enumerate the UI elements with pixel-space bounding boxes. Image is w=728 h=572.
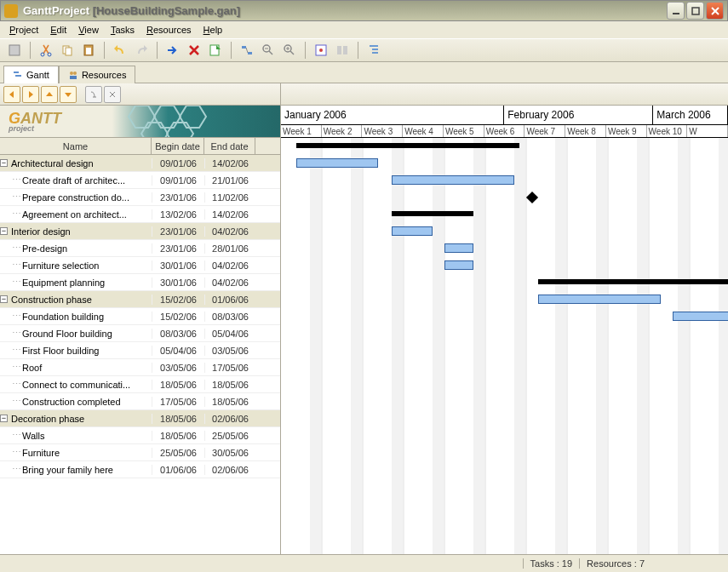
task-end: 08/03/06: [204, 312, 255, 322]
month-cell: February 2006: [504, 106, 653, 125]
task-row[interactable]: ⋯Walls18/05/0625/05/06: [0, 427, 280, 444]
task-begin: 18/05/06: [152, 414, 204, 424]
task-row[interactable]: ⋯Agreement on architect...13/02/0614/02/…: [0, 206, 280, 223]
week-cell: Week 1: [281, 125, 322, 137]
task-row[interactable]: ⋯Roof03/05/0617/05/06: [0, 359, 280, 376]
indent-button[interactable]: [364, 41, 383, 60]
header-end[interactable]: End date: [204, 138, 255, 154]
task-row[interactable]: ⋯Furniture25/05/0630/05/06: [0, 444, 280, 461]
paste-button[interactable]: [79, 41, 98, 60]
task-row[interactable]: ⋯Equipment planning30/01/0604/02/06: [0, 274, 280, 291]
gantt-area[interactable]: [281, 138, 728, 554]
svg-rect-4: [9, 45, 20, 55]
task-begin: 30/01/06: [152, 277, 204, 288]
svg-line-18: [290, 51, 294, 54]
copy-button[interactable]: [58, 41, 77, 60]
svg-rect-12: [242, 46, 246, 49]
week-cell: Week 8: [565, 125, 606, 137]
task-name: Interior design: [11, 226, 71, 237]
window-title: GanttProject [HouseBuildingSample.gan]: [23, 4, 667, 17]
collapse-icon[interactable]: −: [0, 159, 8, 167]
redo-button[interactable]: [132, 41, 151, 60]
properties-button[interactable]: [206, 41, 225, 60]
link-button[interactable]: [238, 41, 256, 60]
task-name: Connect to communicati...: [22, 380, 130, 390]
svg-rect-28: [14, 72, 19, 73]
menu-view[interactable]: View: [72, 23, 105, 37]
task-row[interactable]: ⋯Pre-design23/01/0628/01/06: [0, 240, 280, 257]
task-row[interactable]: ⋯Create draft of architec...09/01/0621/0…: [0, 172, 280, 189]
task-row[interactable]: −Architectural design09/01/0614/02/06: [0, 155, 280, 172]
task-begin: 15/02/06: [152, 312, 204, 322]
task-name: Architectural design: [11, 158, 94, 169]
minimize-button[interactable]: [667, 2, 685, 20]
svg-marker-36: [141, 123, 168, 138]
menu-edit[interactable]: Edit: [44, 23, 72, 37]
maximize-button[interactable]: [686, 2, 704, 20]
svg-marker-37: [167, 123, 193, 138]
compare-button[interactable]: [333, 41, 352, 60]
unlink-tasks-button[interactable]: [104, 86, 121, 103]
summary-bar[interactable]: [296, 143, 519, 148]
menu-help[interactable]: Help: [198, 23, 229, 37]
menu-tasks[interactable]: Tasks: [105, 23, 140, 37]
task-table-body[interactable]: −Architectural design09/01/0614/02/06⋯Cr…: [0, 155, 280, 554]
zoom-out-button[interactable]: [259, 41, 278, 60]
task-bar[interactable]: [392, 175, 514, 185]
task-begin: 13/02/06: [152, 209, 204, 220]
header-begin[interactable]: Begin date: [152, 138, 204, 154]
task-row[interactable]: ⋯First Floor building05/04/0603/05/06: [0, 342, 280, 359]
summary-bar[interactable]: [392, 211, 473, 216]
undo-button[interactable]: [111, 41, 129, 60]
logo-band: GANTT project: [0, 106, 280, 138]
task-bar[interactable]: [444, 260, 473, 270]
gantt-icon: [13, 70, 23, 80]
task-row[interactable]: ⋯Furniture selection30/01/0604/02/06: [0, 257, 280, 274]
summary-bar[interactable]: [538, 279, 728, 284]
collapse-icon[interactable]: −: [0, 295, 8, 303]
task-bar[interactable]: [538, 295, 661, 304]
header-name[interactable]: Name: [0, 138, 152, 154]
close-button[interactable]: [706, 2, 724, 20]
task-row[interactable]: ⋯Prepare construction do...23/01/0611/02…: [0, 189, 280, 206]
menu-resources[interactable]: Resources: [140, 23, 198, 37]
task-row[interactable]: ⋯Bring your family here01/06/0602/06/06: [0, 461, 280, 478]
task-bar[interactable]: [444, 243, 473, 253]
task-end: 11/02/06: [204, 192, 255, 203]
week-cell: Week 2: [322, 125, 363, 137]
task-row[interactable]: ⋯Foundation building15/02/0608/03/06: [0, 308, 280, 325]
save-button[interactable]: [5, 41, 24, 60]
task-end: 14/02/06: [204, 209, 255, 220]
task-row[interactable]: −Interior design23/01/0604/02/06: [0, 223, 280, 240]
task-bar[interactable]: [296, 158, 378, 168]
tab-resources[interactable]: Resources: [59, 66, 136, 83]
nav-up-button[interactable]: [41, 86, 58, 103]
menu-project[interactable]: Project: [3, 23, 44, 37]
collapse-icon[interactable]: −: [0, 415, 8, 422]
task-bar[interactable]: [392, 226, 433, 236]
task-end: 03/05/06: [204, 346, 255, 356]
task-begin: 18/05/06: [152, 380, 204, 390]
tab-gantt[interactable]: Gantt: [3, 66, 59, 83]
nav-down-button[interactable]: [60, 86, 77, 103]
zoom-in-button[interactable]: [280, 41, 299, 60]
milestone-marker[interactable]: [526, 192, 538, 203]
goto-button[interactable]: [163, 41, 182, 60]
task-bar[interactable]: [673, 312, 728, 321]
task-row[interactable]: ⋯Connect to communicati...18/05/0618/05/…: [0, 376, 280, 393]
cut-button[interactable]: [37, 41, 55, 60]
task-row[interactable]: −Decoration phase18/05/0602/06/06: [0, 410, 280, 427]
svg-marker-35: [180, 106, 206, 128]
task-begin: 15/02/06: [152, 295, 204, 305]
people-icon: [68, 70, 78, 80]
critical-path-button[interactable]: [312, 41, 330, 60]
link-tasks-button[interactable]: [85, 86, 102, 103]
collapse-icon[interactable]: −: [0, 227, 8, 235]
delete-button[interactable]: [185, 41, 203, 60]
nav-left-button[interactable]: [3, 86, 20, 103]
task-row[interactable]: −Construction phase15/02/0601/06/06: [0, 291, 280, 308]
svg-point-31: [73, 72, 77, 75]
task-row[interactable]: ⋯Ground Floor building08/03/0605/04/06: [0, 325, 280, 342]
task-row[interactable]: ⋯Construction completed17/05/0618/05/06: [0, 393, 280, 410]
nav-right-button[interactable]: [22, 86, 39, 103]
